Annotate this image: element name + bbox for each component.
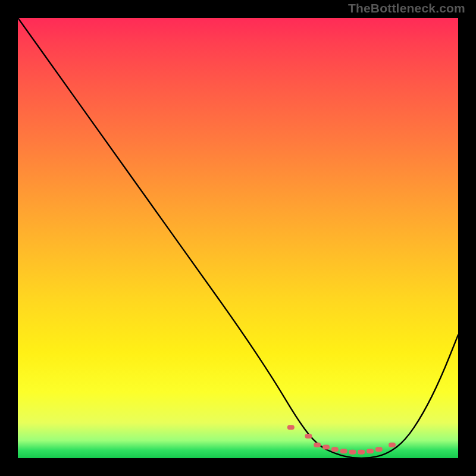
optimal-dot	[340, 449, 347, 453]
optimal-dot	[375, 447, 383, 452]
curve-layer	[18, 18, 458, 458]
optimal-range-dots	[287, 425, 396, 454]
bottleneck-curve-path	[18, 18, 458, 458]
attribution-label: TheBottleneck.com	[348, 1, 465, 15]
optimal-dot	[331, 447, 339, 452]
optimal-dot	[389, 443, 396, 447]
optimal-dot	[358, 450, 365, 455]
optimal-dot	[367, 449, 374, 453]
optimal-dot	[314, 443, 321, 447]
optimal-dot	[322, 445, 330, 450]
plot-area	[18, 18, 458, 458]
optimal-dot	[305, 434, 312, 439]
chart-frame: TheBottleneck.com	[0, 0, 476, 476]
optimal-dot	[287, 425, 295, 430]
optimal-dot	[349, 450, 356, 455]
